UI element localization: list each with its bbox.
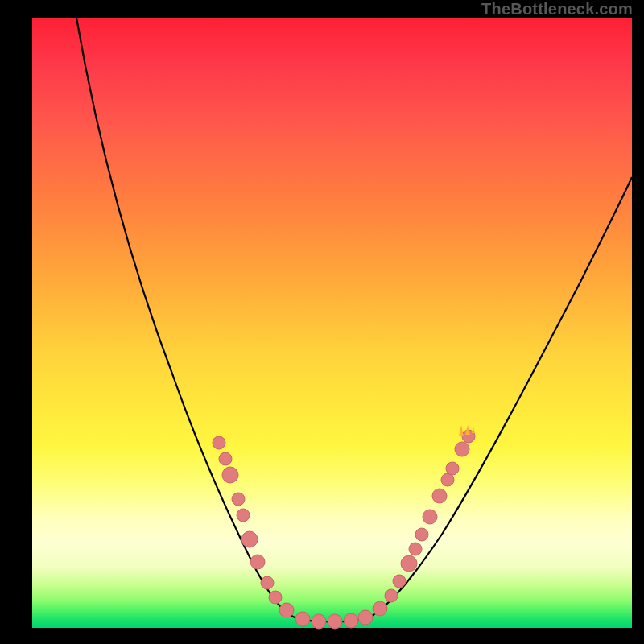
chart-stage: TheBottleneck.com bbox=[0, 0, 644, 644]
marker bbox=[401, 555, 417, 572]
marker bbox=[242, 531, 258, 547]
marker bbox=[222, 467, 238, 483]
marker bbox=[232, 493, 245, 506]
watermark-text: TheBottleneck.com bbox=[481, 0, 633, 19]
marker bbox=[409, 543, 422, 555]
data-markers bbox=[213, 430, 475, 629]
marker bbox=[279, 603, 294, 617]
marker bbox=[432, 489, 447, 503]
marker bbox=[269, 591, 282, 604]
marker bbox=[446, 462, 459, 475]
marker bbox=[423, 510, 437, 524]
marker bbox=[219, 452, 232, 465]
marker bbox=[344, 613, 358, 628]
right-curve-line bbox=[367, 177, 632, 618]
marker bbox=[250, 555, 265, 569]
marker bbox=[358, 610, 373, 625]
chart-overlay-svg bbox=[32, 18, 632, 628]
marker bbox=[373, 601, 387, 616]
marker bbox=[237, 509, 250, 522]
marker bbox=[455, 442, 469, 456]
marker bbox=[415, 528, 428, 541]
marker bbox=[295, 612, 310, 626]
marker bbox=[312, 614, 326, 629]
marker bbox=[213, 436, 225, 449]
marker bbox=[385, 589, 398, 602]
marker bbox=[328, 614, 342, 629]
left-curve-line bbox=[76, 18, 296, 618]
marker bbox=[261, 576, 274, 589]
marker bbox=[393, 575, 406, 588]
